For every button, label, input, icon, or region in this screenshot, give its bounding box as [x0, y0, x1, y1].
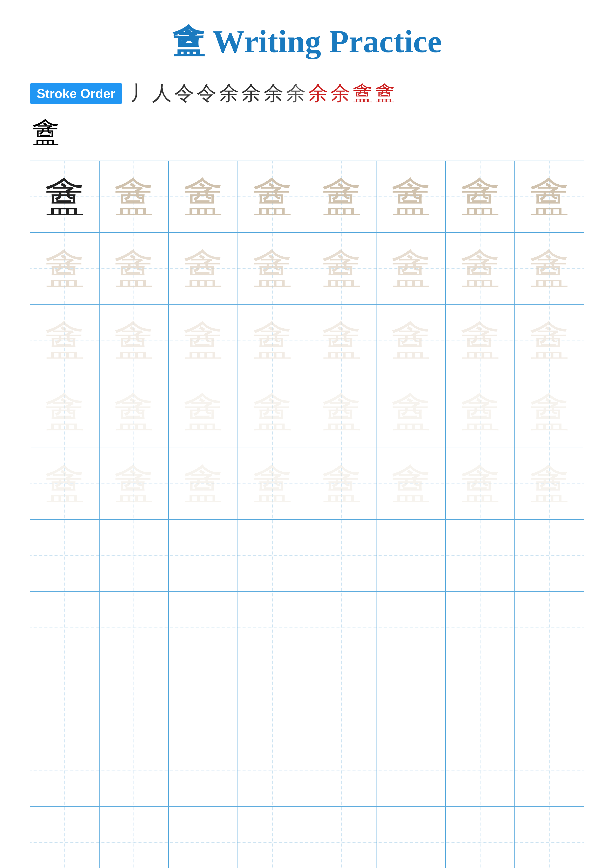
grid-cell-2-2[interactable]: 盦	[99, 233, 169, 305]
extra-char: 盦	[30, 114, 59, 151]
grid-cell-3-2[interactable]: 盦	[99, 305, 169, 377]
grid-cell-5-8[interactable]: 盦	[515, 448, 584, 520]
grid-cell-9-4[interactable]	[238, 735, 307, 807]
grid-cell-4-4[interactable]: 盦	[238, 377, 307, 448]
grid-cell-10-6[interactable]	[376, 807, 446, 868]
grid-cell-1-2[interactable]: 盦	[99, 161, 169, 233]
char-display: 盦	[183, 177, 223, 217]
grid-cell-10-3[interactable]	[169, 807, 238, 868]
grid-cell-9-5[interactable]	[307, 735, 377, 807]
grid-cell-3-6[interactable]: 盦	[376, 305, 446, 377]
grid-cell-6-2[interactable]	[99, 520, 169, 592]
grid-cell-1-5[interactable]: 盦	[307, 161, 377, 233]
grid-cell-8-8[interactable]	[515, 663, 584, 735]
stroke-10: 余	[330, 83, 350, 103]
grid-cell-2-4[interactable]: 盦	[238, 233, 307, 305]
grid-cell-9-3[interactable]	[169, 735, 238, 807]
char-display: 盦	[253, 392, 292, 432]
char-display: 盦	[530, 249, 569, 288]
grid-cell-8-6[interactable]	[376, 663, 446, 735]
grid-cell-5-4[interactable]: 盦	[238, 448, 307, 520]
grid-cell-6-8[interactable]	[515, 520, 584, 592]
grid-cell-2-5[interactable]: 盦	[307, 233, 377, 305]
grid-cell-8-7[interactable]	[446, 663, 515, 735]
page-title: 盦 Writing Practice	[173, 20, 442, 64]
grid-cell-9-6[interactable]	[376, 735, 446, 807]
grid-cell-4-1[interactable]: 盦	[30, 377, 99, 448]
grid-cell-6-7[interactable]	[446, 520, 515, 592]
grid-cell-10-2[interactable]	[99, 807, 169, 868]
stroke-4: 令	[197, 83, 216, 103]
grid-cell-1-6[interactable]: 盦	[376, 161, 446, 233]
grid-cell-5-5[interactable]: 盦	[307, 448, 377, 520]
char-display: 盦	[45, 249, 84, 288]
grid-cell-9-1[interactable]	[30, 735, 99, 807]
grid-cell-4-5[interactable]: 盦	[307, 377, 377, 448]
grid-cell-9-8[interactable]	[515, 735, 584, 807]
char-display: 盦	[460, 177, 500, 217]
grid-cell-10-5[interactable]	[307, 807, 377, 868]
grid-cell-7-8[interactable]	[515, 592, 584, 663]
grid-cell-2-7[interactable]: 盦	[446, 233, 515, 305]
writing-grid: 盦 盦 盦 盦 盦 盦 盦 盦	[30, 161, 584, 868]
grid-cell-4-2[interactable]: 盦	[99, 377, 169, 448]
grid-cell-1-1[interactable]: 盦	[30, 161, 99, 233]
grid-cell-3-7[interactable]: 盦	[446, 305, 515, 377]
grid-cell-10-7[interactable]	[446, 807, 515, 868]
page: 盦 Writing Practice Stroke Order 丿 人 令 令 …	[0, 0, 614, 868]
stroke-11: 盦	[353, 83, 373, 103]
grid-cell-8-1[interactable]	[30, 663, 99, 735]
grid-cell-7-5[interactable]	[307, 592, 377, 663]
grid-cell-10-1[interactable]	[30, 807, 99, 868]
grid-cell-4-8[interactable]: 盦	[515, 377, 584, 448]
grid-row-2: 盦 盦 盦 盦 盦 盦 盦 盦	[30, 233, 584, 305]
grid-cell-10-8[interactable]	[515, 807, 584, 868]
grid-cell-3-3[interactable]: 盦	[169, 305, 238, 377]
grid-cell-8-4[interactable]	[238, 663, 307, 735]
grid-cell-6-1[interactable]	[30, 520, 99, 592]
grid-cell-8-3[interactable]	[169, 663, 238, 735]
grid-cell-8-5[interactable]	[307, 663, 377, 735]
grid-cell-9-7[interactable]	[446, 735, 515, 807]
grid-cell-2-6[interactable]: 盦	[376, 233, 446, 305]
grid-cell-6-3[interactable]	[169, 520, 238, 592]
grid-cell-1-4[interactable]: 盦	[238, 161, 307, 233]
grid-cell-2-1[interactable]: 盦	[30, 233, 99, 305]
char-display: 盦	[322, 321, 361, 360]
grid-row-1: 盦 盦 盦 盦 盦 盦 盦 盦	[30, 161, 584, 233]
grid-cell-5-1[interactable]: 盦	[30, 448, 99, 520]
grid-cell-7-6[interactable]	[376, 592, 446, 663]
grid-cell-8-2[interactable]	[99, 663, 169, 735]
grid-cell-6-6[interactable]	[376, 520, 446, 592]
grid-cell-7-2[interactable]	[99, 592, 169, 663]
grid-cell-4-6[interactable]: 盦	[376, 377, 446, 448]
grid-cell-1-3[interactable]: 盦	[169, 161, 238, 233]
grid-cell-5-7[interactable]: 盦	[446, 448, 515, 520]
grid-cell-3-8[interactable]: 盦	[515, 305, 584, 377]
grid-cell-7-1[interactable]	[30, 592, 99, 663]
char-display: 盦	[45, 177, 84, 217]
grid-cell-7-3[interactable]	[169, 592, 238, 663]
grid-cell-5-3[interactable]: 盦	[169, 448, 238, 520]
grid-cell-6-4[interactable]	[238, 520, 307, 592]
grid-cell-2-3[interactable]: 盦	[169, 233, 238, 305]
grid-cell-3-4[interactable]: 盦	[238, 305, 307, 377]
grid-cell-2-8[interactable]: 盦	[515, 233, 584, 305]
grid-cell-1-7[interactable]: 盦	[446, 161, 515, 233]
grid-cell-9-2[interactable]	[99, 735, 169, 807]
char-display: 盦	[114, 321, 154, 360]
grid-row-4: 盦 盦 盦 盦 盦 盦 盦 盦	[30, 377, 584, 448]
grid-cell-1-8[interactable]: 盦	[515, 161, 584, 233]
grid-cell-4-7[interactable]: 盦	[446, 377, 515, 448]
grid-cell-5-6[interactable]: 盦	[376, 448, 446, 520]
grid-cell-6-5[interactable]	[307, 520, 377, 592]
stroke-order-section: Stroke Order 丿 人 令 令 余 余 余 余 余 余 盦 盦	[30, 83, 584, 104]
grid-cell-10-4[interactable]	[238, 807, 307, 868]
grid-cell-7-7[interactable]	[446, 592, 515, 663]
grid-cell-5-2[interactable]: 盦	[99, 448, 169, 520]
grid-cell-7-4[interactable]	[238, 592, 307, 663]
grid-cell-3-1[interactable]: 盦	[30, 305, 99, 377]
grid-cell-3-5[interactable]: 盦	[307, 305, 377, 377]
grid-cell-4-3[interactable]: 盦	[169, 377, 238, 448]
char-display: 盦	[391, 392, 431, 432]
